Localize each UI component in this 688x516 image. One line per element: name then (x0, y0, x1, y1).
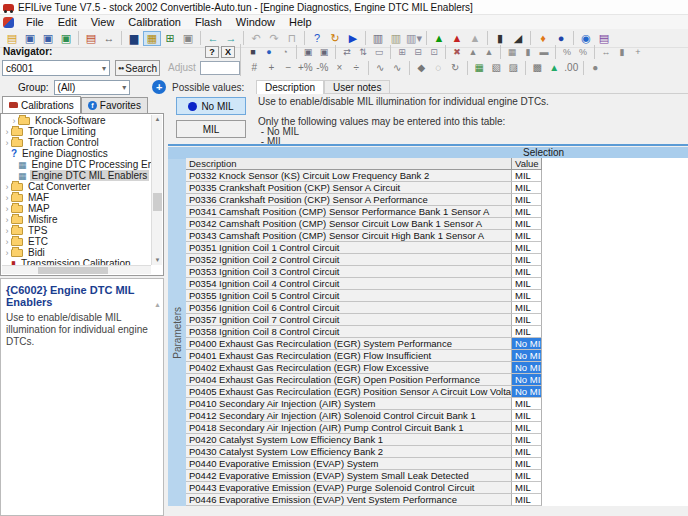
navigator-help-button[interactable]: ? (205, 46, 219, 58)
menu-window[interactable]: Window (229, 15, 282, 29)
dtc-value-cell[interactable]: MIL (512, 458, 542, 470)
dtc-value-cell[interactable]: MIL (512, 302, 542, 314)
search-button[interactable]: ●● Search (115, 60, 160, 76)
tree-item-transmission-calibration[interactable]: ▮Transmission Calibration (1, 258, 151, 265)
tab-description[interactable]: Description (256, 80, 324, 94)
history-icon[interactable]: ◔ (277, 45, 293, 58)
tree-horizontal-scrollbar[interactable] (2, 265, 151, 274)
tree-item-engine-dtc-processing-enablers[interactable]: ▦Engine DTC Processing Enablers (1, 159, 151, 170)
scrollbar-thumb[interactable] (38, 267, 108, 274)
increase-precision-icon[interactable]: ▲ (546, 61, 563, 75)
clear-labels-icon[interactable]: ✖ (449, 45, 465, 58)
chevron-right-icon[interactable]: › (3, 215, 11, 225)
dtc-value-cell[interactable]: MIL (512, 242, 542, 254)
tree-item-maf[interactable]: ›MAF (1, 192, 151, 203)
tree-item-tps[interactable]: ›TPS (1, 225, 151, 236)
save-all-icon[interactable]: ▣ (57, 31, 75, 46)
decimal-places-icon[interactable]: .00 (563, 61, 580, 75)
save-as-icon[interactable]: ▣ (39, 31, 57, 46)
link-tables-icon[interactable]: ⊞ (394, 45, 410, 58)
tree-item-map[interactable]: ›MAP (1, 203, 151, 214)
tree-item-torque-limiting[interactable]: ›Torque Limiting (1, 126, 151, 137)
scroll-down-icon[interactable]: ▼ (152, 256, 163, 265)
fit-height-icon[interactable]: ▮ (614, 45, 630, 58)
dtc-value-cell[interactable]: No MIL (512, 362, 542, 374)
value-column-header[interactable]: Value (512, 158, 542, 170)
adjust-input[interactable] (200, 61, 240, 75)
chevron-right-icon[interactable]: › (3, 237, 11, 247)
dtc-value-cell[interactable]: MIL (512, 206, 542, 218)
tree-item-engine-diagnostics[interactable]: ?Engine Diagnostics (1, 148, 151, 159)
chevron-right-icon[interactable]: › (3, 248, 11, 258)
fit-width-icon[interactable]: ↔ (598, 45, 614, 58)
cascade-window-icon[interactable]: ▭ (371, 45, 387, 58)
dtc-value-cell[interactable]: MIL (512, 278, 542, 290)
select-column-icon[interactable]: ▮ (520, 45, 536, 58)
chevron-right-icon[interactable]: › (3, 226, 11, 236)
smooth-icon[interactable]: ∿ (372, 61, 389, 75)
menu-help[interactable]: Help (282, 15, 319, 29)
save-icon[interactable]: ▣ (21, 31, 39, 46)
tree-item-engine-dtc-mil-enablers[interactable]: ▦Engine DTC MIL Enablers (1, 170, 151, 181)
dtc-value-cell[interactable]: MIL (512, 446, 542, 458)
dtc-value-cell[interactable]: MIL (512, 482, 542, 494)
tree-item-etc[interactable]: ›ETC (1, 236, 151, 247)
multiply-icon[interactable]: × (331, 61, 348, 75)
dtc-value-cell[interactable]: MIL (512, 470, 542, 482)
tree-item-misfire[interactable]: ›Misfire (1, 214, 151, 225)
tree-item-cat-converter[interactable]: ›Cat Converter (1, 181, 151, 192)
dtc-value-cell[interactable]: MIL (512, 434, 542, 446)
tab-calibrations[interactable]: Calibrations (2, 96, 81, 113)
description-column-header[interactable]: Description (186, 158, 512, 170)
subtract-icon[interactable]: − (280, 61, 297, 75)
group-combo[interactable]: (All) ▾ (54, 80, 131, 95)
dtc-value-cell[interactable]: MIL (512, 194, 542, 206)
hash-icon[interactable]: # (246, 61, 263, 75)
dtc-value-cell[interactable]: No MIL (512, 374, 542, 386)
divide-icon[interactable]: ÷ (348, 61, 365, 75)
add-group-button[interactable]: + (152, 80, 166, 94)
scroll-up-icon[interactable]: ▲ (154, 301, 161, 308)
chevron-down-icon[interactable]: ▾ (102, 64, 106, 73)
menu-flash[interactable]: Flash (188, 15, 229, 29)
compare-tune-icon[interactable]: ↔ (100, 31, 118, 46)
dtc-value-cell[interactable]: No MIL (512, 350, 542, 362)
chevron-down-icon[interactable]: ▾ (122, 83, 126, 92)
nav-forward-icon[interactable]: → (222, 31, 240, 46)
menu-view[interactable]: View (84, 15, 122, 29)
subtract-percent-icon[interactable]: -% (314, 61, 331, 75)
parameter-tree-icon[interactable]: ⊞ (161, 31, 179, 46)
open-recent-icon[interactable]: ▤ (82, 31, 100, 46)
vehicle-info-icon[interactable]: ▆ (125, 31, 143, 46)
dtc-value-cell[interactable]: MIL (512, 422, 542, 434)
possible-value-mil[interactable]: MIL (176, 120, 246, 138)
navigator-close-button[interactable]: X (221, 46, 235, 58)
dtc-value-cell[interactable]: MIL (512, 290, 542, 302)
menu-edit[interactable]: Edit (51, 15, 84, 29)
possible-value-no-mil[interactable]: No MIL (176, 97, 246, 115)
link-view-icon[interactable]: ⊡ (426, 45, 442, 58)
add-percent-icon[interactable]: +% (297, 61, 314, 75)
dtc-value-cell[interactable]: MIL (512, 494, 542, 506)
save-table-icon[interactable]: ▣ (300, 45, 316, 58)
dtc-value-cell[interactable]: No MIL (512, 386, 542, 398)
dtc-value-cell[interactable]: MIL (512, 218, 542, 230)
label-top-icon[interactable]: ▲ (481, 45, 497, 58)
dtc-value-cell[interactable]: MIL (512, 230, 542, 242)
open-file-icon[interactable]: ▤ (3, 31, 21, 46)
scroll-up-icon[interactable]: ▲ (152, 115, 163, 124)
unlink-tables-icon[interactable]: ⊟ (410, 45, 426, 58)
chevron-right-icon[interactable]: › (3, 138, 11, 148)
dtc-value-cell[interactable]: MIL (512, 326, 542, 338)
chevron-right-icon[interactable]: › (3, 127, 11, 137)
navigator-toggle-icon[interactable]: ▦ (143, 31, 161, 46)
interpolate-icon[interactable]: ◆ (413, 61, 430, 75)
chevron-right-icon[interactable]: › (10, 116, 18, 126)
scrollbar-thumb[interactable] (153, 193, 162, 211)
zoom-selection-icon[interactable]: ▧ (488, 61, 505, 75)
tab-user-notes[interactable]: User notes (324, 80, 390, 93)
dtc-value-cell[interactable]: MIL (512, 182, 542, 194)
dtc-value-cell[interactable]: MIL (512, 266, 542, 278)
smooth-more-icon[interactable]: ∿ (389, 61, 406, 75)
fit-both-icon[interactable]: + (630, 45, 646, 58)
